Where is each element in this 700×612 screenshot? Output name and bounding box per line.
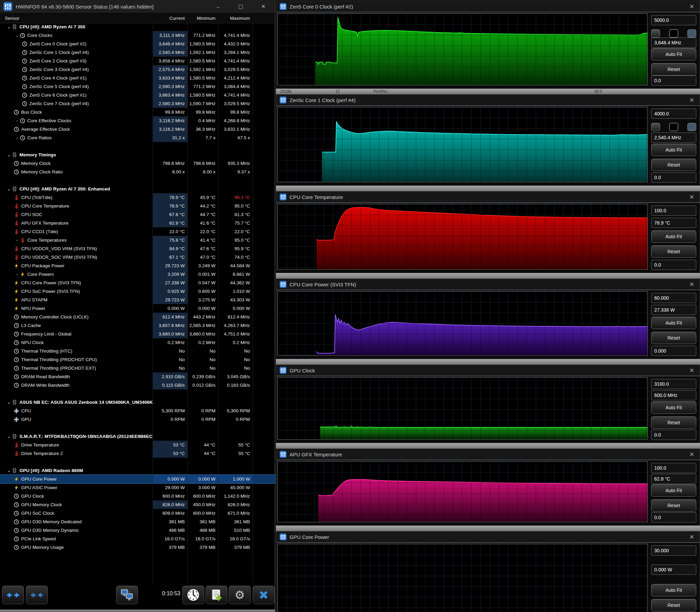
column-header-minimum[interactable]: Minimum [188, 16, 218, 21]
auto-fit-button[interactable]: Auto Fit [651, 401, 696, 414]
sensor-row[interactable]: ⌄Core Clocks3,111.3 MHz771.2 MHz4,741.4 … [0, 31, 275, 40]
collapse-expander-icon[interactable]: ⌄ [6, 152, 12, 157]
reset-button[interactable]: Reset [651, 332, 696, 344]
graph-title-bar[interactable]: CPU Core Power (SVI3 TFN)✕ [276, 279, 700, 290]
close-icon[interactable]: ✕ [687, 451, 696, 458]
collapse-expander-icon[interactable]: ⌄ [6, 186, 12, 192]
sensor-row[interactable]: GPU Core Power0.000 W0.000 W1.000 W [0, 475, 275, 483]
close-icon[interactable]: ✕ [687, 533, 696, 541]
expand-expander-icon[interactable]: › [14, 135, 20, 140]
section-row[interactable]: ⌄ASUS NB EC: ASUS ASUS Zenbook 14 UM3406… [0, 398, 275, 406]
sensor-row[interactable]: CPU Package Power29.723 W3.249 W44.584 W [0, 262, 275, 270]
close-sensors-button[interactable] [253, 586, 275, 604]
graph-title-bar[interactable]: GPU Clock✕ [276, 365, 700, 376]
sensor-row[interactable]: Thermal Throttling (PROCHOT EXT)NoNoNo [0, 364, 275, 372]
graph-title-bar[interactable]: Zen5 Core 0 Clock (perf #2)✕ [276, 1, 700, 12]
sensor-row[interactable]: CPU Core Temperature78.9 °C44.2 °C95.0 °… [0, 202, 275, 210]
sensor-row[interactable]: Zen5c Core 1 Clock (perf #4)2,540.4 MHz1… [0, 48, 275, 57]
sensor-row[interactable]: CPU CCD1 (Tdie)22.0 °C22.0 °C22.0 °C [0, 227, 275, 236]
graph-plot-area[interactable] [277, 377, 648, 440]
sensor-row[interactable]: CPU5,300 RPM0 RPM5,300 RPM [0, 406, 275, 415]
graph-plot-area[interactable] [277, 204, 648, 270]
sensor-row[interactable]: Thermal Throttling (PROCHOT CPU)NoNoNo [0, 355, 275, 364]
close-icon[interactable]: ✕ [687, 3, 696, 10]
sensor-row[interactable]: Zen5c Core 7 Clock (perf #4)2,580.3 MHz1… [0, 99, 275, 108]
sensor-row[interactable]: Memory Controller Clock (UCLK)812.4 MHz4… [0, 312, 275, 321]
sensor-row[interactable]: CPU SoC Power (SVI3 TFN)0.925 W0.605 W1.… [0, 287, 275, 296]
sensor-row[interactable]: GPU Memory Usage379 MB379 MB379 MB [0, 543, 275, 552]
reset-button[interactable]: Reset [651, 159, 696, 171]
graph-title-bar[interactable]: APU GFX Temperature✕ [276, 449, 700, 460]
sensor-row[interactable]: GPU SoC Clock609.0 MHz600.0 MHz671.0 MHz [0, 509, 275, 517]
close-button[interactable]: ✕ [252, 0, 275, 13]
auto-fit-button[interactable]: Auto Fit [651, 484, 696, 497]
sensor-row[interactable]: Zen5 Core 2 Clock (perf #3)3,658.4 MHz1,… [0, 57, 275, 65]
sensor-row[interactable]: ›Core Ratios31.2 x7.7 x47.5 x [0, 134, 275, 142]
sensor-row[interactable]: Drive Temperature 253 °C44 °C55 °C [0, 449, 275, 458]
report-button[interactable] [206, 586, 228, 604]
close-icon[interactable]: ✕ [687, 367, 696, 374]
collapse-expander-icon[interactable]: ⌄ [6, 468, 12, 473]
auto-fit-button[interactable]: Auto Fit [651, 144, 696, 156]
auto-fit-button[interactable]: Auto Fit [651, 584, 696, 596]
sensor-row[interactable]: Zen5 Core 6 Clock (perf #1)3,663.4 MHz1,… [0, 91, 275, 99]
collapse-all-button[interactable] [26, 586, 48, 604]
graph-plot-area[interactable] [277, 291, 648, 356]
collapse-expander-icon[interactable]: ⌄ [6, 24, 12, 29]
sensor-row[interactable]: GPU D3D Memory Dedicated361 MB361 MB361 … [0, 517, 275, 526]
sensor-row[interactable]: DRAM Write Bandwidth0.115 GB/s0.012 GB/s… [0, 381, 275, 389]
bg-style-plain-button[interactable] [669, 123, 678, 131]
sensor-row[interactable]: Thermal Throttling (HTC)NoNoNo [0, 347, 275, 355]
sensor-row[interactable]: Zen5 Core 0 Clock (perf #2)3,648.4 MHz1,… [0, 40, 275, 48]
reset-button[interactable]: Reset [651, 599, 696, 611]
auto-fit-button[interactable]: Auto Fit [651, 317, 696, 329]
bg-style-solid-button[interactable] [687, 123, 696, 131]
sensor-row[interactable]: ›Core Effective Clocks3,116.2 MHz0.4 MHz… [0, 116, 275, 125]
sensor-row[interactable]: ›Core Powers3.209 W0.001 W6.661 W [0, 270, 275, 279]
sensor-row[interactable]: CPU (Tctl/Tdie)78.9 °C45.9 °C95.1 °C [0, 193, 275, 202]
collapse-expander-icon[interactable]: ⌄ [14, 33, 20, 38]
sensor-row[interactable]: CPU SOC67.6 °C44.7 °C81.3 °C [0, 210, 275, 219]
graph-title-bar[interactable]: Zen5c Core 1 Clock (perf #4)✕ [276, 95, 700, 106]
graph-plot-area[interactable] [277, 461, 648, 522]
sensor-row[interactable]: DRAM Read Bandwidth2.910 GB/s0.239 GB/s3… [0, 372, 275, 381]
window-title-bar[interactable]: HWiNFO® 64 v8.30-5800 Sensor Status [146… [0, 0, 275, 13]
auto-fit-button[interactable]: Auto Fit [651, 48, 696, 60]
sensor-row[interactable]: ›Core Temperatures75.8 °C41.4 °C95.0 °C [0, 236, 275, 245]
sensor-row[interactable]: GPU0 RPM0 RPM0 RPM [0, 415, 275, 423]
section-row[interactable]: ⌄CPU [#0]: AMD Ryzen AI 7 350 [0, 23, 275, 31]
sensor-row[interactable]: GPU Clock600.0 MHz600.0 MHz1,142.0 MHz [0, 492, 275, 500]
sensor-row[interactable]: PCIe Link Speed16.0 GT/s16.0 GT/s16.0 GT… [0, 534, 275, 543]
remote-monitoring-button[interactable] [116, 586, 138, 604]
sensor-row[interactable]: NPU Power0.000 W0.000 W0.000 W [0, 304, 275, 312]
expand-expander-icon[interactable]: › [14, 272, 20, 277]
sensor-row[interactable]: Frequency Limit - Global3,660.0 MHz3,660… [0, 330, 275, 338]
sensor-row[interactable]: Memory Clock798.6 MHz798.6 MHz935.3 MHz [0, 159, 275, 168]
close-icon[interactable]: ✕ [687, 194, 696, 201]
column-header-current[interactable]: Current [153, 16, 188, 21]
sensor-row[interactable]: CPU Core Power (SVI3 TFN)27.338 W0.547 W… [0, 279, 275, 287]
section-row[interactable]: ⌄Memory Timings [0, 151, 275, 159]
graph-plot-area[interactable] [277, 544, 648, 612]
graph-title-bar[interactable]: CPU Core Temperature✕ [276, 192, 700, 203]
close-icon[interactable]: ✕ [687, 97, 696, 104]
graph-plot-area[interactable] [277, 13, 648, 85]
section-row[interactable]: ⌄S.M.A.R.T.: MTFDKBA1T0QGN-1BN1AABGA (25… [0, 432, 275, 441]
bg-style-solid-button[interactable] [687, 29, 696, 38]
sensor-row[interactable]: Zen5 Core 4 Clock (perf #1)3,633.4 MHz1,… [0, 74, 275, 82]
expand-expander-icon[interactable]: › [14, 238, 20, 243]
sensor-row[interactable]: Zen5c Core 5 Clock (perf #4)2,590.3 MHz7… [0, 82, 275, 91]
column-header-sensor[interactable]: Sensor [0, 16, 153, 21]
sensor-row[interactable]: Zen5c Core 3 Clock (perf #4)2,575.4 MHz1… [0, 65, 275, 74]
bg-style-plain-button[interactable] [669, 29, 678, 38]
sensor-row[interactable]: GPU Memory Clock826.0 MHz450.0 MHz826.0 … [0, 500, 275, 509]
sensor-row[interactable]: Average Effective Clock3,116.2 MHz36.3 M… [0, 125, 275, 134]
sensor-row[interactable]: CPU VDDCR_SOC VRM (SVI3 TFN)67.1 °C47.0 … [0, 253, 275, 262]
reset-button[interactable]: Reset [651, 246, 696, 258]
sensor-row[interactable]: Drive Temperature53 °C44 °C55 °C [0, 441, 275, 449]
graph-title-bar[interactable]: GPU Core Power✕ [276, 531, 700, 542]
column-header-maximum[interactable]: Maximum [218, 16, 253, 21]
sensor-row[interactable]: Memory Clock Ratio8.00 x8.00 x9.37 x [0, 168, 275, 176]
section-row[interactable]: ⌄GPU [#0]: AMD Radeon 860M [0, 466, 275, 475]
minimize-button[interactable]: – [207, 0, 230, 13]
